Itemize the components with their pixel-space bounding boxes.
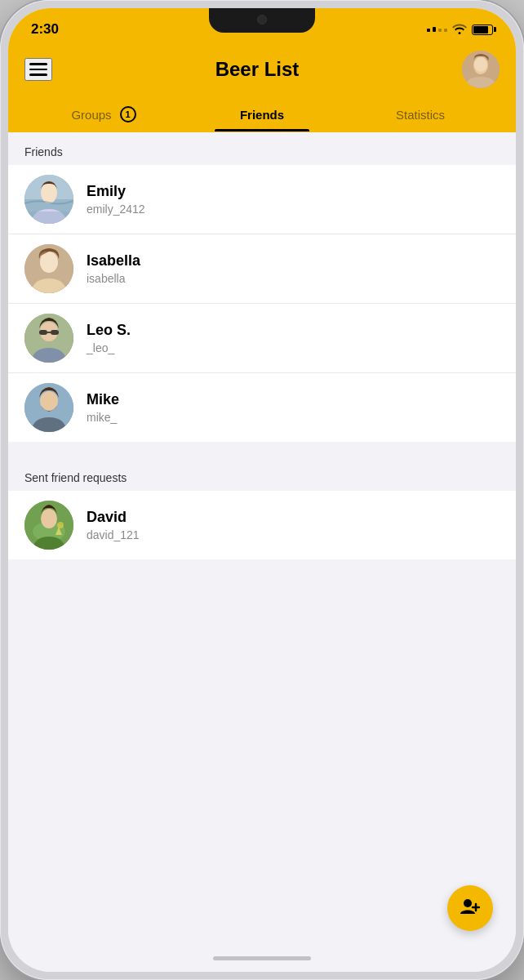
- signal-icon: [427, 27, 447, 32]
- bottom-padding: [8, 559, 516, 657]
- phone-frame: 2:30: [0, 0, 524, 980]
- requests-list: David david_121: [8, 491, 516, 559]
- friend-username-david: david_121: [87, 528, 500, 541]
- list-item[interactable]: Leo S. _leo_: [8, 304, 516, 373]
- friend-name-isabella: Isabella: [87, 252, 500, 270]
- profile-avatar[interactable]: [462, 51, 500, 88]
- friend-info-david: David david_121: [87, 509, 500, 541]
- battery-icon: [472, 24, 493, 35]
- svg-point-2: [474, 57, 487, 72]
- header-top: Beer List: [24, 51, 500, 98]
- friend-avatar-mike: [24, 383, 73, 432]
- friend-avatar-isabella: [24, 244, 73, 293]
- friend-info-emily: Emily emily_2412: [87, 183, 500, 216]
- hamburger-line-2: [29, 69, 47, 71]
- wifi-icon: [452, 23, 467, 37]
- battery-fill: [473, 26, 488, 33]
- friend-avatar-emily: [24, 175, 73, 224]
- svg-rect-6: [24, 212, 73, 224]
- svg-point-15: [40, 391, 58, 411]
- svg-point-20: [464, 899, 472, 907]
- friend-username-emily: emily_2412: [87, 203, 500, 216]
- app-title: Beer List: [215, 58, 300, 81]
- friend-name-leo: Leo S.: [87, 322, 500, 339]
- hamburger-line-1: [29, 63, 47, 65]
- signal-dot-4: [444, 29, 447, 32]
- svg-rect-12: [51, 330, 59, 335]
- app-header: Beer List Groups: [8, 44, 516, 132]
- profile-avatar-image: [462, 51, 500, 88]
- svg-rect-11: [39, 330, 47, 335]
- tab-groups-badge: 1: [120, 106, 136, 122]
- hamburger-line-3: [29, 74, 47, 76]
- list-item[interactable]: Isabella isabella: [8, 234, 516, 304]
- add-friend-icon: [460, 898, 480, 920]
- menu-button[interactable]: [24, 58, 52, 81]
- friend-avatar-leo: [24, 314, 73, 363]
- svg-point-5: [41, 182, 57, 203]
- tab-friends-label: Friends: [240, 108, 284, 122]
- signal-dot-1: [427, 29, 430, 32]
- svg-point-8: [40, 252, 58, 273]
- tab-statistics-label: Statistics: [396, 108, 445, 122]
- list-item[interactable]: Mike mike_: [8, 373, 516, 442]
- signal-dot-3: [438, 29, 442, 32]
- friends-list: Emily emily_2412: [8, 165, 516, 442]
- friend-info-isabella: Isabella isabella: [87, 252, 500, 285]
- list-item[interactable]: Emily emily_2412: [8, 165, 516, 234]
- friend-name-emily: Emily: [87, 183, 500, 200]
- friend-username-leo: _leo_: [87, 341, 500, 354]
- section-gap: [8, 442, 516, 458]
- friend-username-mike: mike_: [87, 411, 500, 424]
- friend-name-mike: Mike: [87, 391, 500, 408]
- friend-username-isabella: isabella: [87, 272, 500, 285]
- friend-name-david: David: [87, 509, 500, 526]
- tab-statistics[interactable]: Statistics: [341, 100, 500, 131]
- content-area: Friends: [8, 132, 516, 972]
- status-time: 2:30: [31, 21, 59, 38]
- svg-point-19: [57, 522, 64, 528]
- friend-avatar-david: [24, 501, 73, 550]
- add-friend-button[interactable]: [447, 885, 493, 931]
- tab-groups[interactable]: Groups 1: [24, 98, 183, 132]
- camera: [257, 15, 267, 24]
- screen: 2:30: [8, 8, 516, 972]
- notch: [209, 8, 315, 33]
- tab-friends[interactable]: Friends: [183, 100, 341, 131]
- status-icons: [427, 23, 493, 37]
- signal-dot-2: [433, 27, 436, 32]
- list-item[interactable]: David david_121: [8, 491, 516, 559]
- home-indicator: [213, 956, 311, 960]
- requests-section-header: Sent friend requests: [8, 458, 516, 491]
- svg-point-18: [41, 509, 57, 528]
- tab-bar: Groups 1 Friends Statistics: [24, 98, 500, 132]
- friend-info-leo: Leo S. _leo_: [87, 322, 500, 354]
- friends-section-header: Friends: [8, 132, 516, 165]
- friend-info-mike: Mike mike_: [87, 391, 500, 424]
- tab-groups-label: Groups: [71, 108, 111, 122]
